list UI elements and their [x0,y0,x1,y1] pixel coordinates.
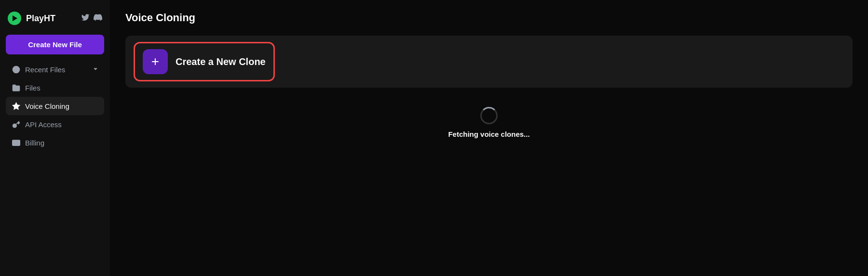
sidebar-item-recent-files[interactable]: Recent Files [6,60,104,79]
sidebar-item-api-access-label: API Access [25,120,62,129]
clone-card-container: + Create a New Clone [125,36,853,88]
loading-text: Fetching voice clones... [448,130,529,138]
sidebar-item-voice-cloning-label: Voice Cloning [25,102,69,110]
discord-icon[interactable] [94,13,102,24]
page-title: Voice Cloning [125,12,853,24]
clock-icon [12,65,20,74]
plus-icon-wrapper: + [143,49,168,74]
logo-area: PlayHT [6,8,104,33]
sidebar-item-files[interactable]: Files [6,79,104,97]
voice-cloning-icon [12,102,20,110]
create-new-file-button[interactable]: Create New File [6,35,104,54]
logo-text: PlayHT [26,13,55,24]
sidebar-item-billing[interactable]: Billing [6,133,104,152]
content-area: + Create a New Clone Fetching voice clon… [125,36,853,264]
loading-area: Fetching voice clones... [125,107,853,138]
svg-rect-2 [12,140,20,145]
loading-spinner [480,107,498,124]
sidebar-nav: Recent Files Files Voice Cloning API Acc… [6,60,104,152]
create-new-clone-button[interactable]: + Create a New Clone [137,45,271,78]
sidebar-item-api-access[interactable]: API Access [6,115,104,133]
playht-logo-icon [8,12,21,25]
create-clone-label: Create a New Clone [176,56,266,67]
main-content: Voice Cloning + Create a New Clone Fetch… [110,0,868,276]
sidebar-item-voice-cloning[interactable]: Voice Cloning [6,97,104,115]
twitter-icon[interactable] [81,13,90,24]
chevron-down-icon [93,66,98,73]
key-icon [12,120,20,129]
svg-marker-1 [13,103,19,109]
sidebar-item-recent-files-label: Recent Files [25,66,65,74]
plus-icon: + [151,55,159,68]
page-header: Voice Cloning [125,12,853,24]
card-icon [12,138,20,147]
sidebar: PlayHT Create New File Recent Files F [0,0,110,276]
sidebar-item-billing-label: Billing [25,139,44,147]
sidebar-item-files-label: Files [25,84,41,92]
folder-icon [12,83,20,92]
